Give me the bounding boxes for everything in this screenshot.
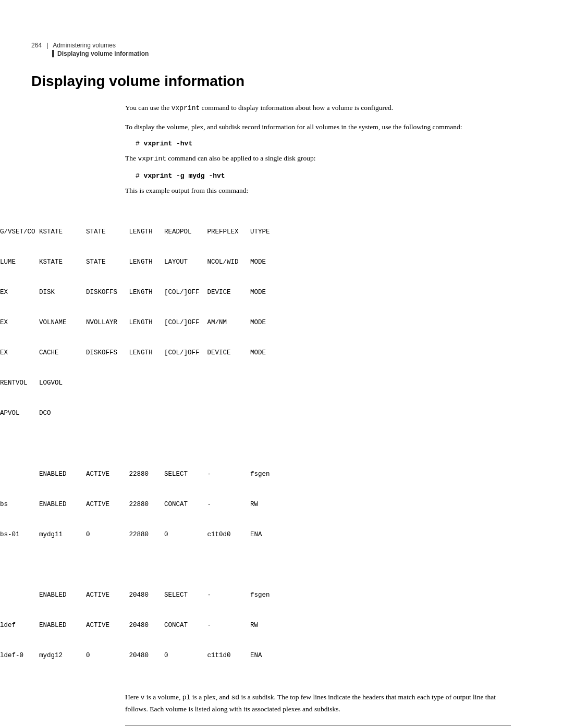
intro-paragraph: You can use the vxprint command to displ… [125,102,511,114]
page-container: 264 | Administering volumes Displaying v… [0,0,563,728]
content-area-lower: Here v is a volume, pl is a plex, and sd… [125,692,511,728]
breadcrumb-bar [52,50,54,57]
output-table: V NAME RVG/VSET/CO KSTATE STATE LENGTH R… [0,207,438,682]
breadcrumb-current: Displaying volume information [57,50,149,57]
table-row-blank [0,560,438,570]
table-row: SV NAME PLEX VOLNAME NVOLLAYR LENGTH [CO… [0,318,438,328]
table-row: SP NAME SNAPVOL DCO [0,409,438,418]
table-row: DC NAME PARENTVOL LOGVOL [0,378,438,388]
breadcrumb: Displaying volume information [31,50,532,57]
note-box: Note: The headings for sub-volumes (SV),… [125,725,511,728]
table-area: V NAME RVG/VSET/CO KSTATE STATE LENGTH R… [0,207,438,682]
breadcrumb-area: 264 | Administering volumes Displaying v… [31,42,532,57]
command1: # vxprint -hvt [136,140,511,147]
page-number: 264 | Administering volumes [31,42,532,49]
content-area: You can use the vxprint command to displ… [125,102,511,196]
command2: # vxprint -g mydg -hvt [136,172,511,180]
para2: The vxprint command can also be applied … [125,153,511,165]
para1: To display the volume, plex, and subdisk… [125,121,511,133]
table-row: SD NAME PLEX DISK DISKOFFS LENGTH [COL/]… [0,288,438,298]
table-row: pl pubs-01 pubs ENABLED ACTIVE 22880 CON… [0,500,438,510]
table-row: sd mydg11-01 pubs-01 mydg11 0 22880 0 c1… [0,530,438,540]
table-row: SC NAME PLEX CACHE DISKOFFS LENGTH [COL/… [0,348,438,358]
table-row-blank [0,439,438,449]
table-row: v pubs - ENABLED ACTIVE 22880 SELECT - f… [0,470,438,479]
para4: Here v is a volume, pl is a plex, and sd… [125,692,511,714]
table-row: sd mydg12-02 voldef-0 mydg12 0 20480 0 c… [0,651,438,661]
table-row: v voldef - ENABLED ACTIVE 20480 SELECT -… [0,590,438,600]
page-title: Displaying volume information [31,73,532,90]
table-row: V NAME RVG/VSET/CO KSTATE STATE LENGTH R… [0,227,438,237]
table-row: PL NAME VOLUME KSTATE STATE LENGTH LAYOU… [0,257,438,267]
para3: This is example output from this command… [125,185,511,196]
table-row: pl voldef-01 voldef ENABLED ACTIVE 20480… [0,621,438,631]
